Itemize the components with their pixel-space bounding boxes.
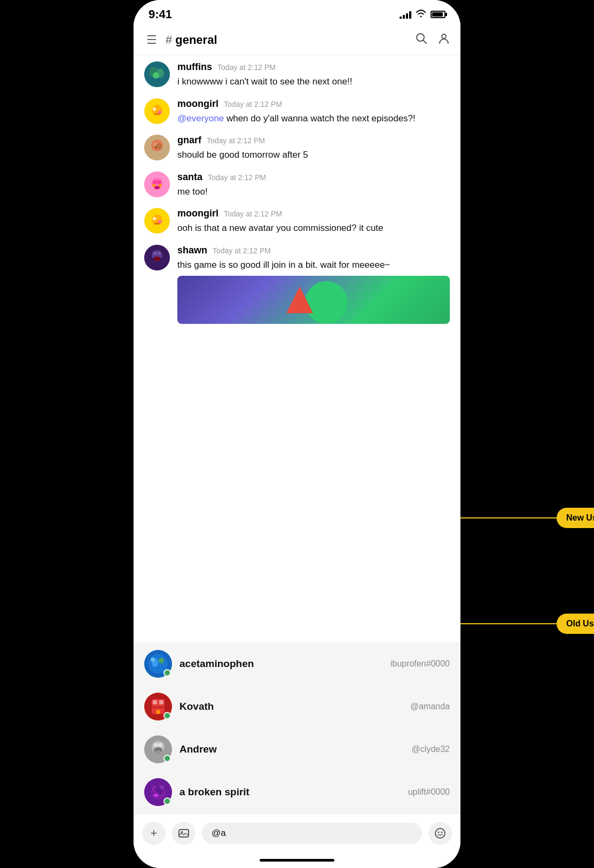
message-text: @everyone when do y'all wanna watch the … <box>177 112 450 126</box>
online-indicator <box>163 712 171 719</box>
member-tag: @clyde32 <box>412 745 450 754</box>
message-content: shawn Today at 2:12 PM this game is so g… <box>177 245 450 324</box>
avatar <box>144 208 170 234</box>
message-header: moongirl Today at 2:12 PM <box>177 208 450 219</box>
battery-icon <box>431 11 446 18</box>
message-row: gnarf Today at 2:12 PM should be good to… <box>144 135 450 162</box>
svg-point-44 <box>156 710 160 714</box>
svg-point-31 <box>153 252 157 255</box>
message-row: shawn Today at 2:12 PM this game is so g… <box>144 245 450 324</box>
avatar <box>144 98 170 124</box>
message-username: moongirl <box>177 98 218 110</box>
message-timestamp: Today at 2:12 PM <box>217 63 276 72</box>
message-header: muffins Today at 2:12 PM <box>177 61 450 73</box>
old-username-label: Old Username <box>557 614 594 634</box>
message-timestamp: Today at 2:12 PM <box>224 210 282 218</box>
member-name: acetaminophen <box>179 658 390 670</box>
message-input-wrap[interactable] <box>202 823 422 844</box>
message-text: i knowwww i can't wait to see the next o… <box>177 75 450 89</box>
message-row: santa Today at 2:12 PM me too! <box>144 172 450 199</box>
home-indicator <box>134 852 460 868</box>
member-row[interactable]: Kovath @amanda <box>134 685 460 728</box>
status-bar: 9:41 <box>134 0 460 26</box>
status-icons <box>400 9 446 20</box>
message-row: moongirl Today at 2:12 PM @everyone when… <box>144 98 450 126</box>
chat-body: muffins Today at 2:12 PM i knowwww i can… <box>134 55 460 642</box>
svg-rect-55 <box>179 830 189 837</box>
message-content: santa Today at 2:12 PM me too! <box>177 172 450 199</box>
mention-everyone: @everyone <box>177 113 224 123</box>
svg-point-47 <box>154 743 158 747</box>
channel-title: # general <box>166 33 416 47</box>
message-content: muffins Today at 2:12 PM i knowwww i can… <box>177 61 450 89</box>
message-text: this game is so good ill join in a bit. … <box>177 258 450 272</box>
svg-point-6 <box>153 72 159 79</box>
wifi-icon <box>416 9 426 20</box>
message-timestamp: Today at 2:12 PM <box>207 136 265 145</box>
svg-point-38 <box>151 657 155 662</box>
svg-point-23 <box>154 186 160 189</box>
member-avatar <box>144 693 172 720</box>
svg-point-37 <box>159 658 164 663</box>
message-text: ooh is that a new avatar you commissione… <box>177 221 450 235</box>
avatar <box>144 135 170 160</box>
message-username: santa <box>177 172 202 183</box>
svg-line-1 <box>424 41 427 44</box>
member-name: Kovath <box>179 701 410 712</box>
profile-icon[interactable] <box>438 33 450 48</box>
svg-rect-41 <box>153 700 157 704</box>
svg-point-22 <box>159 184 162 187</box>
member-tag: ibuprofen#0000 <box>390 659 450 669</box>
emoji-button[interactable] <box>428 821 452 845</box>
message-input[interactable] <box>212 828 412 839</box>
svg-point-33 <box>154 257 160 261</box>
member-name: Andrew <box>179 743 412 755</box>
status-time: 9:41 <box>148 7 172 21</box>
signal-icon <box>400 10 411 19</box>
member-avatar <box>144 735 172 763</box>
svg-rect-11 <box>154 113 160 115</box>
svg-point-21 <box>152 184 155 187</box>
old-username-annotation: Old Username <box>460 614 594 634</box>
search-icon[interactable] <box>416 33 427 48</box>
new-username-annotation: New Username <box>460 508 594 528</box>
members-section: acetaminophen ibuprofen#0000 <box>134 642 460 813</box>
message-header: santa Today at 2:12 PM <box>177 172 450 183</box>
member-tag: @amanda <box>410 702 450 711</box>
avatar <box>144 245 170 270</box>
svg-point-57 <box>435 828 445 838</box>
message-header: shawn Today at 2:12 PM <box>177 245 450 256</box>
message-content: moongirl Today at 2:12 PM @everyone when… <box>177 98 450 126</box>
member-avatar <box>144 650 172 678</box>
svg-point-56 <box>181 831 183 833</box>
new-username-label: New Username <box>557 508 594 528</box>
svg-point-16 <box>157 143 162 150</box>
message-content: gnarf Today at 2:12 PM should be good to… <box>177 135 450 162</box>
online-indicator <box>163 797 171 805</box>
image-button[interactable] <box>172 821 196 845</box>
svg-point-58 <box>438 832 440 833</box>
member-row[interactable]: acetaminophen ibuprofen#0000 <box>134 642 460 685</box>
message-username: moongirl <box>177 208 218 219</box>
member-row[interactable]: a broken spirit uplift#0000 <box>134 771 460 813</box>
svg-rect-28 <box>154 223 160 224</box>
online-indicator <box>163 669 171 677</box>
input-bar: + <box>134 813 460 852</box>
menu-button[interactable]: ☰ <box>144 31 159 49</box>
message-row: muffins Today at 2:12 PM i knowwww i can… <box>144 61 450 89</box>
message-timestamp: Today at 2:12 PM <box>208 173 266 182</box>
svg-point-9 <box>153 107 156 111</box>
add-button[interactable]: + <box>142 821 166 845</box>
message-header: moongirl Today at 2:12 PM <box>177 98 450 110</box>
message-username: shawn <box>177 245 207 256</box>
svg-point-14 <box>153 142 157 146</box>
member-row[interactable]: Andrew @clyde32 <box>134 728 460 771</box>
svg-rect-43 <box>152 707 165 708</box>
svg-point-59 <box>441 832 443 833</box>
home-bar <box>260 859 334 862</box>
online-indicator <box>163 755 171 762</box>
message-text: me too! <box>177 185 450 199</box>
avatar <box>144 172 170 197</box>
message-content: moongirl Today at 2:12 PM ooh is that a … <box>177 208 450 235</box>
svg-point-20 <box>157 180 161 184</box>
